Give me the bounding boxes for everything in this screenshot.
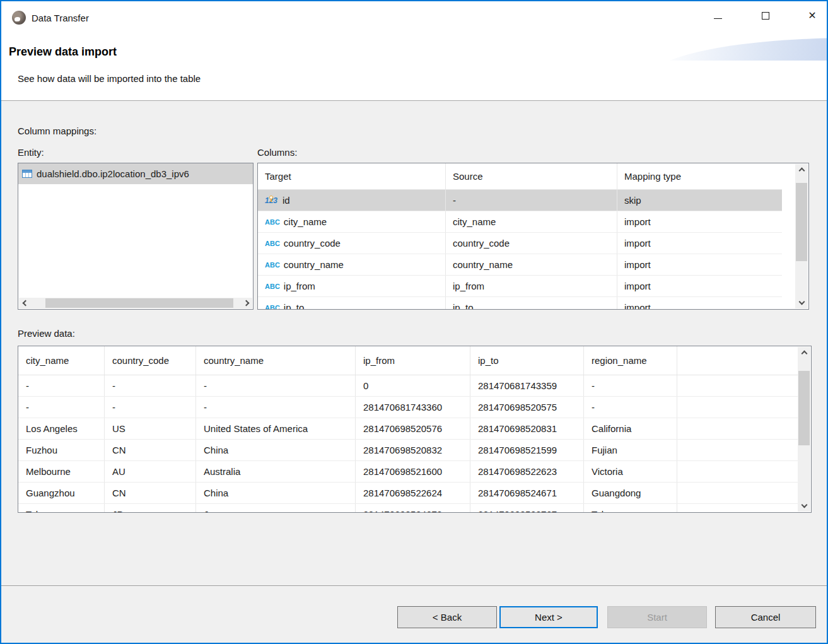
mapping-row[interactable]: ABC ip_to ip_to import: [258, 297, 782, 310]
preview-cell[interactable]: Fuzhou: [18, 440, 105, 460]
source-cell[interactable]: country_name: [446, 254, 617, 275]
mapping-type-cell[interactable]: import: [617, 297, 782, 310]
preview-cell[interactable]: 0: [356, 375, 470, 396]
scroll-right-arrow[interactable]: [242, 298, 252, 308]
start-button[interactable]: Start: [607, 606, 707, 628]
preview-header-ip-to[interactable]: ip_to: [470, 346, 584, 375]
preview-cell[interactable]: California: [584, 418, 677, 439]
preview-cell[interactable]: AU: [105, 461, 196, 482]
preview-cell[interactable]: 281470698520831: [470, 418, 584, 439]
preview-cell[interactable]: -: [196, 375, 356, 396]
target-cell[interactable]: ABC country_code: [258, 233, 446, 254]
title-bar[interactable]: Data Transfer ✕: [1, 1, 827, 35]
preview-cell[interactable]: United States of America: [196, 418, 356, 439]
source-cell[interactable]: ip_from: [446, 276, 617, 296]
preview-row[interactable]: Melbourne AU Australia 281470698521600 2…: [18, 461, 798, 483]
preview-cell[interactable]: 281470698520832: [356, 440, 470, 460]
preview-cell[interactable]: 281470698520575: [470, 397, 584, 418]
preview-cell[interactable]: -: [18, 397, 105, 418]
preview-cell[interactable]: China: [196, 483, 356, 503]
mapping-type-cell[interactable]: import: [617, 254, 782, 275]
preview-row[interactable]: - - - 0 281470681743359 -: [18, 375, 798, 397]
mapping-row[interactable]: ABC country_code country_code import: [258, 233, 782, 254]
preview-cell[interactable]: Tokyo: [584, 504, 677, 513]
preview-cell[interactable]: 281470698524671: [470, 483, 584, 503]
next-button[interactable]: Next >: [499, 606, 598, 628]
target-cell[interactable]: ABC ip_from: [258, 276, 446, 296]
preview-cell[interactable]: Japan: [196, 504, 356, 513]
vertical-scroll-thumb[interactable]: [796, 183, 807, 261]
preview-cell[interactable]: -: [584, 397, 677, 418]
scroll-left-arrow[interactable]: [19, 298, 30, 308]
mapping-type-cell[interactable]: import: [617, 276, 782, 296]
preview-header-country-name[interactable]: country_name: [196, 346, 356, 375]
preview-cell[interactable]: -: [18, 375, 105, 396]
preview-cell[interactable]: CN: [105, 440, 196, 460]
preview-cell[interactable]: 281470698528767: [470, 504, 584, 513]
preview-cell[interactable]: -: [196, 397, 356, 418]
column-header-target[interactable]: Target: [258, 163, 446, 189]
mapping-type-cell[interactable]: import: [617, 233, 782, 254]
back-button[interactable]: < Back: [397, 606, 497, 628]
mapping-row[interactable]: ABC city_name city_name import: [258, 211, 782, 233]
preview-cell[interactable]: Australia: [196, 461, 356, 482]
preview-row[interactable]: Tokyo JP Japan 281470698524672 281470698…: [18, 504, 798, 513]
source-cell[interactable]: ip_to: [446, 297, 617, 310]
column-header-mapping-type[interactable]: Mapping type: [617, 163, 782, 189]
preview-cell[interactable]: Tokyo: [18, 504, 105, 513]
preview-cell[interactable]: Melbourne: [18, 461, 105, 482]
preview-cell[interactable]: -: [105, 397, 196, 418]
preview-header-ip-from[interactable]: ip_from: [356, 346, 470, 375]
preview-cell[interactable]: 281470698522623: [470, 461, 584, 482]
preview-cell[interactable]: 281470698524672: [356, 504, 470, 513]
preview-cell[interactable]: CN: [105, 483, 196, 503]
preview-cell[interactable]: China: [196, 440, 356, 460]
source-cell[interactable]: city_name: [446, 211, 617, 232]
columns-vertical-scrollbar[interactable]: [795, 164, 808, 308]
preview-row[interactable]: Los Angeles US United States of America …: [18, 418, 798, 440]
preview-cell[interactable]: -: [105, 375, 196, 396]
mapping-type-cell[interactable]: skip: [617, 190, 782, 211]
target-cell[interactable]: ABC country_name: [258, 254, 446, 275]
minimize-button[interactable]: [703, 1, 732, 30]
mapping-type-cell[interactable]: import: [617, 211, 782, 232]
scroll-down-arrow[interactable]: [798, 501, 810, 512]
preview-vertical-scrollbar[interactable]: [798, 347, 810, 512]
preview-header-region-name[interactable]: region_name: [584, 346, 677, 375]
entity-horizontal-scrollbar[interactable]: [19, 298, 252, 308]
mapping-row[interactable]: 123 id - skip: [258, 190, 782, 211]
column-header-source[interactable]: Source: [446, 163, 617, 189]
preview-cell[interactable]: US: [105, 418, 196, 439]
horizontal-scroll-thumb[interactable]: [45, 298, 233, 308]
preview-cell[interactable]: 281470681743360: [356, 397, 470, 418]
preview-cell[interactable]: 281470698522624: [356, 483, 470, 503]
preview-cell[interactable]: JP: [105, 504, 196, 513]
target-cell[interactable]: 123 id: [258, 190, 446, 211]
target-cell[interactable]: ABC city_name: [258, 211, 446, 232]
preview-cell[interactable]: 281470698521599: [470, 440, 584, 460]
cancel-button[interactable]: Cancel: [715, 606, 816, 628]
preview-header-country-code[interactable]: country_code: [105, 346, 196, 375]
vertical-scroll-thumb[interactable]: [798, 371, 810, 445]
preview-cell[interactable]: 281470681743359: [470, 375, 584, 396]
preview-cell[interactable]: Guangzhou: [18, 483, 105, 503]
preview-cell[interactable]: -: [584, 375, 677, 396]
scroll-down-arrow[interactable]: [795, 298, 808, 308]
source-cell[interactable]: -: [446, 190, 617, 211]
source-cell[interactable]: country_code: [446, 233, 617, 254]
target-cell[interactable]: ABC ip_to: [258, 297, 446, 310]
mapping-row[interactable]: ABC ip_from ip_from import: [258, 276, 782, 297]
preview-cell[interactable]: Victoria: [584, 461, 677, 482]
preview-row[interactable]: - - - 281470681743360 281470698520575 -: [18, 397, 798, 418]
maximize-button[interactable]: [751, 1, 780, 30]
entity-list-item[interactable]: dualshield.dbo.ip2location_db3_ipv6: [18, 163, 253, 184]
preview-row[interactable]: Guangzhou CN China 281470698522624 28147…: [18, 483, 798, 504]
preview-header-city-name[interactable]: city_name: [18, 346, 105, 375]
scroll-up-arrow[interactable]: [798, 347, 810, 358]
mapping-row[interactable]: ABC country_name country_name import: [258, 254, 782, 276]
preview-cell[interactable]: 281470698521600: [356, 461, 470, 482]
preview-row[interactable]: Fuzhou CN China 281470698520832 28147069…: [18, 440, 798, 461]
preview-cell[interactable]: Los Angeles: [18, 418, 105, 439]
preview-cell[interactable]: 281470698520576: [356, 418, 470, 439]
close-button[interactable]: ✕: [798, 1, 827, 30]
